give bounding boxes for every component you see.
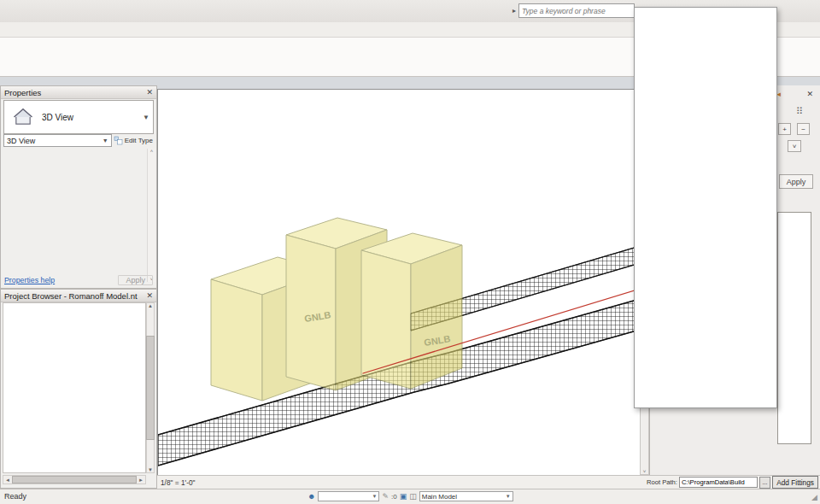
properties-palette: Properties ✕ 3D View ▼ 3D View ▼ Edit Ty… — [0, 85, 157, 289]
root-path-bar: Root Path: ... Add Fittings — [645, 475, 820, 489]
sysque-electrical-flyout — [634, 7, 777, 408]
status-bar: Ready ☻ ▼ ✎ :0 ▣ ◫ Main Model▼ ◢ — [0, 489, 820, 504]
drawing-area[interactable]: GNLB GNLB — [157, 89, 641, 477]
edit-type-label: Edit Type — [125, 137, 153, 144]
docked-apply-button[interactable]: Apply — [779, 174, 813, 189]
docked-list-box[interactable] — [777, 212, 811, 444]
clearance-volumes: GNLB GNLB — [211, 218, 462, 401]
type-selector-arrow-icon: ▼ — [143, 114, 149, 121]
properties-apply-button[interactable]: Apply — [118, 275, 153, 285]
edit-type-button[interactable]: Edit Type — [112, 136, 155, 145]
properties-scrollbar[interactable]: ˄˅ — [147, 149, 155, 282]
properties-help-link[interactable]: Properties help — [4, 276, 55, 284]
root-path-label: Root Path: — [647, 478, 677, 486]
search-area: ▸ — [512, 3, 635, 18]
view-control-bar: 1/8" = 1'-0" — [157, 475, 645, 489]
instance-selector[interactable]: 3D View ▼ — [3, 134, 112, 147]
search-input[interactable] — [518, 3, 635, 18]
design-options-icon[interactable]: ◫ — [409, 492, 417, 501]
search-expand-icon[interactable]: ▸ — [512, 7, 516, 15]
browser-horizontal-scrollbar[interactable]: ◄► — [3, 475, 146, 484]
project-browser-tree — [3, 302, 146, 473]
view-type-icon — [11, 105, 35, 129]
editing-requests-icon[interactable]: ✎ — [382, 492, 389, 501]
browse-button[interactable]: ... — [759, 477, 770, 489]
properties-close-icon[interactable]: ✕ — [146, 88, 153, 97]
docked-panel-pin-icon[interactable]: ◂ — [776, 90, 781, 98]
root-path-input[interactable] — [679, 477, 758, 488]
type-selector[interactable]: 3D View ▼ — [3, 100, 154, 134]
edit-type-icon — [114, 136, 123, 145]
active-workset-select[interactable]: ▼ — [318, 491, 379, 501]
grid-view-icon[interactable]: ⠿ — [796, 106, 803, 117]
viewport-3d-view: GNLB GNLB — [158, 90, 640, 476]
instance-selector-value: 3D View — [7, 137, 35, 145]
project-browser-header[interactable]: Project Browser - Romanoff Model.nt ✕ — [1, 290, 156, 302]
decrease-button[interactable]: − — [797, 123, 810, 135]
properties-title: Properties — [4, 88, 41, 97]
type-selector-label: 3D View — [42, 113, 73, 122]
docked-panel-close-icon[interactable]: ✕ — [806, 90, 813, 98]
project-browser-close-icon[interactable]: ✕ — [146, 291, 153, 300]
properties-header[interactable]: Properties ✕ — [1, 86, 156, 99]
worksets-icon[interactable]: ☻ — [308, 492, 315, 501]
scale-button[interactable]: 1/8" = 1'-0" — [161, 478, 195, 487]
docked-dropdown-arrow[interactable]: ˅ — [788, 140, 801, 152]
design-option-select[interactable]: Main Model▼ — [419, 491, 513, 501]
linked-models-icon[interactable]: ▣ — [400, 492, 407, 501]
add-fittings-button[interactable]: Add Fittings — [772, 476, 818, 489]
resize-grip[interactable]: ◢ — [811, 493, 817, 501]
status-text: Ready — [4, 492, 26, 501]
instance-selector-arrow-icon: ▼ — [102, 138, 108, 144]
project-browser-title: Project Browser - Romanoff Model.nt — [4, 291, 138, 301]
browser-vertical-scrollbar[interactable]: ▲▼ — [146, 302, 155, 473]
increase-button[interactable]: + — [778, 123, 791, 135]
editing-requests-count: :0 — [391, 493, 397, 501]
project-browser: Project Browser - Romanoff Model.nt ✕ ▲▼… — [0, 289, 157, 489]
